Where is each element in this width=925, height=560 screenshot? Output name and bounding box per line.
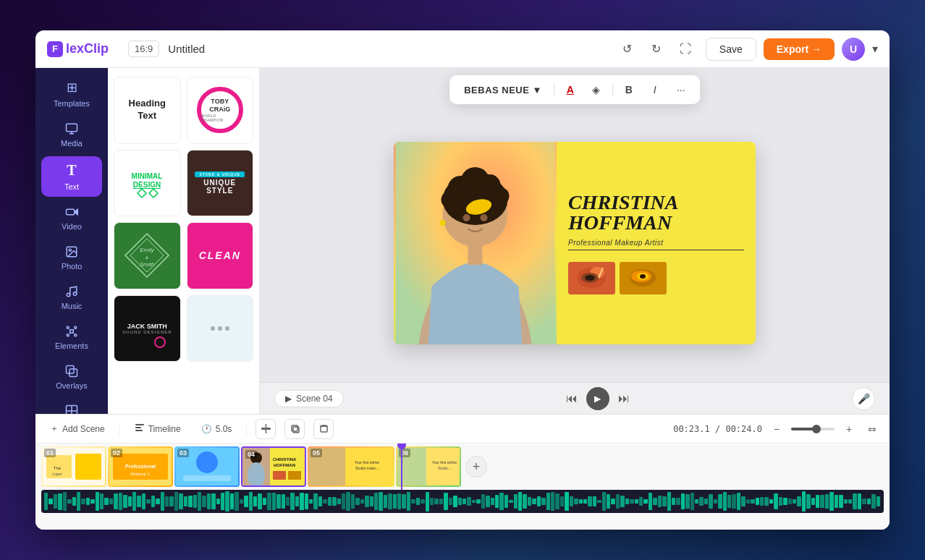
template-more[interactable] <box>187 295 254 362</box>
waveform-bar <box>384 495 387 509</box>
waveform-bar <box>597 500 601 504</box>
add-scene-button[interactable]: ＋ Add Scene <box>44 420 111 438</box>
waveform-bar <box>370 496 373 506</box>
sidebar-label-photo: Photo <box>62 262 83 271</box>
avatar[interactable]: U <box>842 38 865 61</box>
waveform-bar <box>839 495 842 508</box>
person-illustration <box>394 142 557 344</box>
scene-thumb-4[interactable]: 04 CHRISTINA HOFFMAN <box>241 446 306 487</box>
title-input[interactable] <box>168 43 607 55</box>
waveform-bar <box>806 494 810 508</box>
sidebar-item-text[interactable]: T Text <box>41 156 102 197</box>
format-toolbar: BEBAS NEUE ▼ A ◈ B <box>449 75 700 104</box>
duration-button[interactable]: 🕐 5.0s <box>195 421 238 437</box>
mic-button[interactable]: 🎤 <box>852 387 875 410</box>
sidebar-item-overlays[interactable]: Overlays <box>41 359 102 396</box>
highlight-button[interactable]: ◈ <box>586 80 607 100</box>
divider-2 <box>612 82 613 97</box>
waveform-bar <box>570 496 573 507</box>
more-format-button[interactable]: ··· <box>671 80 691 100</box>
waveform-bar <box>351 494 355 509</box>
skip-forward-icon[interactable]: ⏭ <box>618 392 630 405</box>
sidebar-item-music[interactable]: Music <box>41 279 102 316</box>
fullscreen-button[interactable]: ⛶ <box>674 38 697 61</box>
waveform-bar <box>318 496 322 506</box>
skip-back-icon[interactable]: ⏮ <box>566 392 578 405</box>
svg-text:Smith: Smith <box>140 261 155 268</box>
templates-icon: ⊞ <box>67 80 77 96</box>
waveform-bar <box>537 496 541 506</box>
scene-thumb-2[interactable]: 02 Professional Makeup 1 <box>108 446 173 487</box>
waveform-bar <box>811 498 815 504</box>
waveform-bar <box>458 498 462 505</box>
template-emily[interactable]: Emily & Smith <box>114 222 181 289</box>
waveform-bar <box>844 499 848 503</box>
waveform-bar <box>300 493 303 509</box>
waveform-bar <box>295 496 299 506</box>
italic-button[interactable]: I <box>645 80 665 100</box>
sidebar-item-video[interactable]: Video <box>41 200 102 237</box>
duplicate-button[interactable] <box>284 419 305 439</box>
waveform-bar <box>54 494 57 509</box>
waveform-bar <box>328 497 331 506</box>
template-unique[interactable]: STAND & UNIQUE UNIQUESTYLE <box>187 150 254 217</box>
bold-button[interactable]: B <box>619 80 639 100</box>
scene-thumb-1[interactable]: 01 The Lopez <box>41 446 106 487</box>
waveform-bar <box>732 494 735 509</box>
zoom-thumb[interactable] <box>812 425 821 433</box>
split-button[interactable] <box>255 419 276 439</box>
delete-button[interactable] <box>313 419 334 439</box>
font-selector[interactable]: BEBAS NEUE ▼ <box>458 82 548 98</box>
zoom-out-button[interactable]: − <box>768 420 785 438</box>
aspect-ratio[interactable]: 16:9 <box>128 41 159 57</box>
sidebar-item-photo[interactable]: Photo <box>41 239 102 276</box>
waveform-bar <box>532 499 536 504</box>
template-minimal[interactable]: MINIMAL DESIGN <box>114 150 181 217</box>
undo-button[interactable]: ↺ <box>616 38 639 61</box>
waveform-bar <box>263 498 266 504</box>
waveform-bar <box>746 499 750 504</box>
sidebar-item-bkground[interactable]: BKground <box>41 399 102 414</box>
waveform-bar <box>871 494 875 509</box>
expand-timeline-button[interactable]: ⇔ <box>863 420 881 438</box>
add-scene-timeline-button[interactable]: + <box>465 456 487 478</box>
sidebar-item-media[interactable]: Media <box>41 116 102 153</box>
waveform-bar <box>491 498 494 505</box>
scene-thumb-5[interactable]: 05 Your first online Studio make... <box>308 446 394 487</box>
waveform-bar <box>342 493 345 509</box>
export-button[interactable]: Export → <box>764 38 835 60</box>
waveform-bar <box>221 493 224 509</box>
template-jack[interactable]: JACK SMITH SOUND DESIGNER <box>114 295 181 362</box>
sidebar-item-elements[interactable]: Elements <box>41 319 102 356</box>
svg-point-9 <box>67 326 69 328</box>
redo-button[interactable]: ↻ <box>645 38 668 61</box>
waveform-bar <box>541 498 545 505</box>
waveform-bar <box>48 499 52 504</box>
scene-thumb-3[interactable]: 03 <box>174 446 240 487</box>
waveform-bar <box>193 495 197 509</box>
svg-point-35 <box>492 187 510 205</box>
save-button[interactable]: Save <box>706 38 756 61</box>
sidebar-item-templates[interactable]: ⊞ Templates <box>41 74 102 114</box>
svg-point-37 <box>463 214 470 221</box>
separator-1 <box>119 422 120 436</box>
timeline-button[interactable]: Timeline <box>129 420 187 438</box>
preview-photos <box>568 262 744 294</box>
waveform-bar <box>290 493 294 510</box>
waveform-bar <box>467 497 470 506</box>
play-button[interactable]: ▶ <box>586 387 609 410</box>
template-heading[interactable]: HeadingText <box>114 77 181 144</box>
svg-rect-13 <box>70 330 74 334</box>
waveform-bar <box>741 496 745 506</box>
preview-title: Professional Makeup Artist <box>568 239 744 250</box>
waveform-bar <box>114 493 117 509</box>
scene-thumb-6[interactable]: 06 Your first online Studio... <box>396 446 461 487</box>
scene-number-3: 03 <box>177 449 189 457</box>
avatar-chevron[interactable]: ▾ <box>872 42 878 56</box>
zoom-slider[interactable] <box>791 428 835 430</box>
scene-number-1: 01 <box>44 449 56 457</box>
template-toby[interactable]: TOBYCRAiG WORLD CHAMPION <box>187 77 254 144</box>
zoom-in-button[interactable]: + <box>840 420 858 438</box>
template-clean[interactable]: CLEAN <box>187 222 254 289</box>
text-color-button[interactable]: A <box>560 80 580 100</box>
